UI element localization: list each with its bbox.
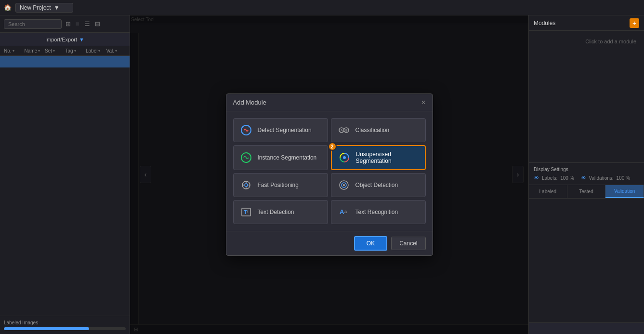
click-to-add-area: Click to add a module: [529, 31, 644, 162]
svg-point-8: [245, 184, 248, 187]
project-name-dropdown[interactable]: New Project ▼: [15, 3, 73, 13]
eye-icon-validations[interactable]: 👁: [581, 175, 586, 181]
module-label-unsupervised: Unsupervised Segmentation: [356, 151, 419, 164]
classification-icon: A B: [337, 123, 351, 137]
col-set[interactable]: Set ▾: [45, 48, 65, 53]
svg-text:a: a: [344, 209, 347, 214]
module-label-text-det: Text Detection: [258, 209, 294, 215]
col-tag[interactable]: Tag ▾: [66, 48, 85, 53]
col-name[interactable]: Name ▾: [25, 48, 44, 53]
svg-text:i: i: [247, 210, 248, 213]
module-label-fast-pos: Fast Positioning: [258, 182, 299, 188]
dialog-header: Add Module ×: [226, 94, 433, 111]
progress-bar-fill: [4, 327, 89, 330]
sort-icon-set: ▾: [53, 49, 55, 53]
columns-icon[interactable]: ⊟: [94, 19, 101, 28]
badge-2: 2: [328, 142, 337, 151]
project-name-label: New Project: [20, 4, 51, 11]
sort-icon-val: ▾: [115, 49, 117, 53]
modules-tabs: Labeled Tested Validation: [529, 185, 644, 199]
search-input[interactable]: [4, 19, 62, 29]
svg-point-15: [343, 184, 345, 186]
dialog-overlay: Add Module ×: [130, 15, 528, 334]
svg-text:A: A: [341, 129, 343, 132]
labels-value: 100 %: [560, 175, 574, 181]
object-detection-icon: [337, 178, 351, 192]
import-export-bar[interactable]: Import/Export ▼: [0, 33, 130, 46]
dialog-footer: OK Cancel: [226, 231, 433, 255]
svg-text:A: A: [340, 208, 344, 215]
view-icon[interactable]: ⊞: [65, 19, 72, 28]
modules-add-button[interactable]: +: [630, 18, 639, 28]
table-header: No. ▾ Name ▾ Set ▾ Tag ▾ Label ▾ Val. ▾: [0, 46, 130, 56]
list-icon[interactable]: ☰: [83, 19, 91, 28]
right-sidebar: Modules + Click to add a module Display …: [528, 15, 644, 334]
table-row-active[interactable]: [0, 56, 130, 67]
sort-icon-tag: ▾: [74, 49, 76, 53]
modules-header: Modules +: [529, 15, 644, 31]
text-detection-icon: T i: [239, 205, 253, 219]
modules-title: Modules: [534, 20, 555, 27]
labels-label: Labels:: [542, 175, 557, 181]
sidebar-bottom: Labeled Images: [0, 316, 130, 334]
progress-bar: [4, 327, 126, 330]
left-sidebar: ⊞ ≡ ☰ ⊟ Import/Export ▼ No. ▾ Name ▾ Set…: [0, 15, 130, 334]
import-export-arrow: ▼: [79, 37, 84, 42]
text-recognition-icon: A a: [337, 205, 351, 219]
display-settings-labels-row: 👁 Labels: 100 % 👁 Validations: 100 %: [534, 175, 639, 181]
sort-icon-label: ▾: [98, 49, 100, 53]
tab-labeled[interactable]: Labeled: [529, 185, 567, 198]
unsupervised-segmentation-icon: [338, 151, 351, 164]
sort-icon-name: ▾: [38, 49, 40, 53]
module-item-instance-segmentation[interactable]: Instance Segmentation: [233, 145, 328, 170]
module-label-text-rec: Text Recognition: [355, 209, 398, 215]
display-settings-title: Display Settings: [534, 167, 639, 172]
project-dropdown-arrow: ▼: [54, 4, 60, 11]
module-label-instance: Instance Segmentation: [258, 154, 317, 161]
right-sidebar-bottom: [529, 322, 644, 334]
display-settings: Display Settings 👁 Labels: 100 % 👁 Valid…: [529, 162, 644, 185]
import-export-label: Import/Export: [45, 37, 77, 42]
module-item-defect-segmentation[interactable]: Defect Segmentation: [233, 118, 328, 142]
sort-icon-no: ▾: [13, 49, 14, 53]
validations-value: 100 %: [617, 175, 630, 181]
dialog-title: Add Module: [233, 99, 266, 106]
ok-button[interactable]: OK: [354, 236, 387, 251]
labeled-images-label: Labeled Images: [4, 320, 126, 325]
tab-validation[interactable]: Validation: [605, 185, 644, 198]
instance-segmentation-icon: [239, 151, 253, 164]
add-module-dialog: Add Module ×: [226, 94, 433, 256]
canvas-area: Select Tool ‹ › ⊞ Add Module ×: [130, 15, 528, 334]
tab-tested[interactable]: Tested: [567, 185, 606, 198]
dialog-close-button[interactable]: ×: [421, 99, 425, 107]
click-to-add-label: Click to add a module: [585, 39, 636, 44]
module-item-object-detection[interactable]: Object Detection: [331, 173, 426, 197]
module-item-text-detection[interactable]: T i Text Detection: [233, 200, 328, 224]
main-layout: ⊞ ≡ ☰ ⊟ Import/Export ▼ No. ▾ Name ▾ Set…: [0, 15, 644, 334]
col-val[interactable]: Val. ▾: [106, 48, 126, 53]
module-label-classification: Classification: [355, 127, 390, 134]
module-item-text-recognition[interactable]: A a Text Recognition: [331, 200, 426, 224]
col-no[interactable]: No. ▾: [4, 48, 24, 53]
module-grid: Defect Segmentation A B: [233, 118, 426, 224]
toolbar-row: ⊞ ≡ ☰ ⊟: [0, 15, 130, 33]
module-item-classification[interactable]: A B Classification: [331, 118, 426, 142]
module-item-unsupervised-segmentation[interactable]: Unsupervised Segmentation 2: [331, 145, 426, 170]
validations-label: Validations:: [589, 175, 614, 181]
fast-positioning-icon: [239, 178, 253, 192]
home-icon[interactable]: 🏠: [4, 4, 12, 11]
svg-text:T: T: [244, 209, 247, 215]
eye-icon-labels[interactable]: 👁: [534, 175, 539, 181]
filter-icon[interactable]: ≡: [75, 19, 80, 28]
cancel-button[interactable]: Cancel: [391, 237, 425, 250]
module-item-fast-positioning[interactable]: Fast Positioning: [233, 173, 328, 197]
svg-text:B: B: [345, 129, 348, 132]
top-bar: 🏠 New Project ▼: [0, 0, 644, 15]
dialog-body: Defect Segmentation A B: [226, 111, 433, 231]
col-label[interactable]: Label ▾: [86, 48, 105, 53]
svg-point-6: [343, 156, 346, 159]
module-label-object-det: Object Detection: [355, 182, 398, 188]
module-label-defect: Defect Segmentation: [258, 127, 312, 134]
defect-segmentation-icon: [239, 123, 253, 137]
